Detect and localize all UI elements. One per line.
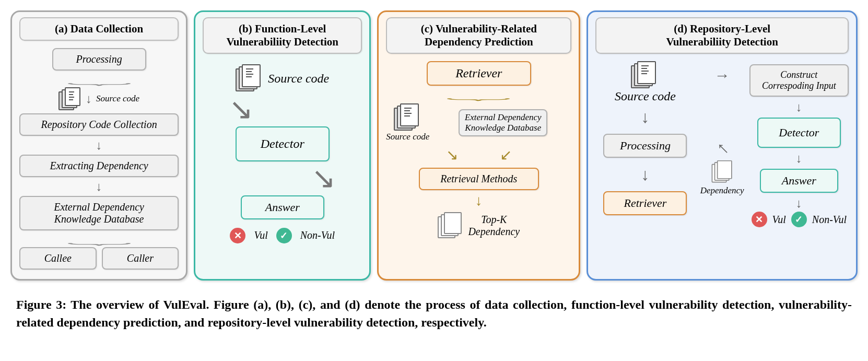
repo-collection-box: Repository Code Collection: [19, 113, 179, 136]
arrow-down-icon: ↓: [641, 109, 649, 125]
callee-box: Callee: [19, 247, 97, 270]
dependency-label: Dependency: [700, 185, 744, 196]
close-badge-icon: ✕: [230, 228, 245, 243]
c-inputs-row: Source code External Dependency Knowledg…: [386, 103, 571, 142]
answer-box: Answer: [241, 195, 324, 219]
construct-box: Construct Correspoding Input: [749, 64, 849, 97]
figure-container: (a) Data Collection Processing ⏟ ↓ Sourc…: [10, 10, 858, 281]
nonvul-label: Non-Vul: [300, 229, 335, 241]
retriever-box: Retriever: [603, 191, 687, 215]
d-right-col: Construct Correspoding Input ↓ Detector …: [749, 61, 849, 227]
caller-box: Caller: [102, 247, 179, 270]
answer-box: Answer: [760, 169, 838, 193]
arrow-down-icon: ↓: [796, 197, 802, 209]
detector-box: Detector: [757, 118, 841, 148]
arrow-down-icon: ↓: [796, 152, 802, 165]
vul-label: Vul: [254, 229, 267, 241]
callee-caller-row: Callee Caller: [19, 247, 179, 270]
document-stack-icon: [438, 212, 463, 239]
document-stack-icon: [394, 103, 422, 132]
source-code-label: Source code: [386, 132, 429, 142]
panel-c-title: (c) Vulnerability-Related Dependency Pre…: [386, 17, 571, 54]
panel-c: (c) Vulnerability-Related Dependency Pre…: [377, 10, 580, 281]
document-stack-icon: [711, 160, 733, 183]
figure-caption: Figure 3: The overview of VulEval. Figur…: [16, 296, 852, 331]
extracting-box: Extracting Dependency: [19, 155, 179, 177]
panel-a-title: (a) Data Collection: [19, 17, 179, 41]
vul-legend: ✕ Vul ✓ Non-Vul: [752, 212, 847, 227]
document-stack-icon: [236, 64, 264, 92]
arrow-down-icon: ↓: [641, 166, 649, 183]
panel-a: (a) Data Collection Processing ⏟ ↓ Sourc…: [10, 10, 187, 281]
d-left-col: Source code ↓ Processing ↓ Retriever: [595, 61, 695, 227]
topk-row: Top-K Dependency: [386, 212, 571, 239]
arrow-diag-icon: ↙: [500, 146, 512, 164]
vul-label: Vul: [772, 214, 786, 226]
panel-d-title: (d) Repository-Level Vulnerabiliity Dete…: [595, 17, 849, 54]
processing-box: Processing: [52, 48, 146, 71]
source-code-label: Source code: [615, 89, 676, 103]
processing-box: Processing: [603, 134, 687, 158]
db-box: External Dependency Knowledge Database: [19, 196, 179, 230]
retriever-box: Retriever: [427, 61, 531, 86]
vul-legend: ✕ Vul ✓ Non-Vul: [230, 228, 335, 243]
document-stack-icon: [631, 61, 659, 89]
topk-label: Top-K Dependency: [468, 214, 520, 238]
db-box: External Dependency Knowledge Database: [459, 109, 547, 136]
nonvul-label: Non-Vul: [812, 214, 847, 226]
detector-box: Detector: [236, 126, 330, 161]
panel-b: (b) Function-Level Vulnerabiliity Detect…: [194, 10, 371, 281]
check-badge-icon: ✓: [276, 228, 292, 243]
arrow-down-icon: ↓: [19, 180, 179, 193]
arrow-right-icon: →: [714, 67, 730, 83]
arrow-down-icon: ↓: [386, 193, 571, 208]
source-code-label: Source code: [268, 72, 329, 86]
curved-arrow-icon: ↘: [311, 167, 336, 190]
curved-arrow-icon: ↘: [229, 98, 253, 121]
arrows-row: ↘ ↙: [386, 146, 571, 164]
check-badge-icon: ✓: [791, 212, 807, 227]
arrow-down-icon: ↓: [796, 101, 802, 113]
arrow-down-icon: ↓: [19, 139, 179, 152]
arrow-diag-icon: ↑: [712, 138, 732, 158]
methods-box: Retrieval Methods: [419, 168, 539, 190]
arrow-diag-icon: ↘: [446, 146, 458, 164]
panel-d: (d) Repository-Level Vulnerabiliity Dete…: [587, 10, 858, 281]
source-code-row: Source code: [236, 64, 329, 92]
close-badge-icon: ✕: [752, 212, 767, 227]
panel-b-title: (b) Function-Level Vulnerabiliity Detect…: [203, 17, 362, 54]
